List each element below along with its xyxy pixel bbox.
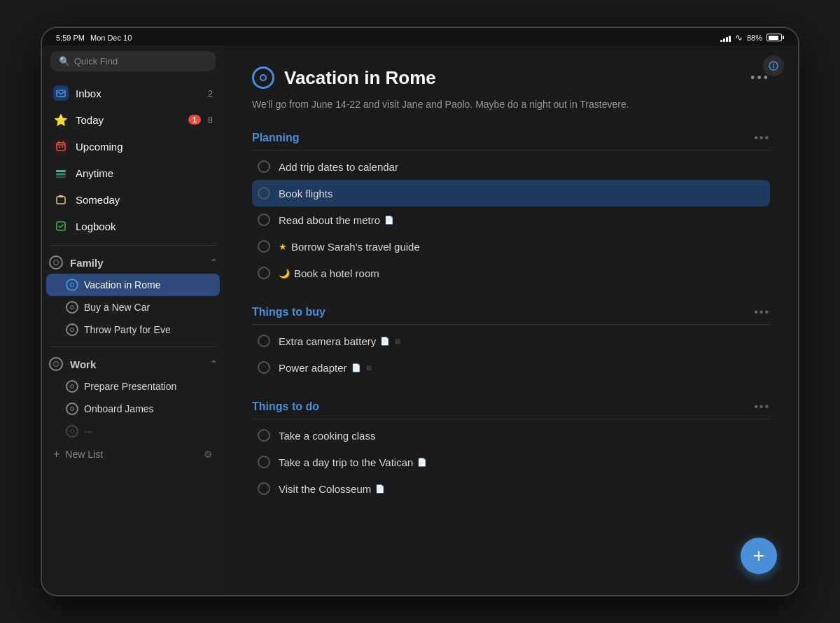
task-checkbox-colosseum[interactable] xyxy=(258,482,270,495)
section-buy-menu[interactable]: ••• xyxy=(754,306,770,318)
section-buy-title: Things to buy xyxy=(252,306,754,318)
add-task-button[interactable]: + xyxy=(741,538,777,574)
moon-icon: 🌙 xyxy=(279,268,290,279)
task-checkbox-vatican[interactable] xyxy=(258,456,270,468)
settings-icon[interactable]: ⚙ xyxy=(204,449,213,460)
section-do-menu[interactable]: ••• xyxy=(754,400,770,413)
upcoming-icon xyxy=(53,139,69,154)
search-placeholder: Quick Find xyxy=(74,56,118,66)
task-label-camera-battery: Extra camera battery 📄 ⦻ xyxy=(279,335,764,347)
task-checkbox-cooking-class[interactable] xyxy=(258,429,270,442)
svg-rect-6 xyxy=(56,176,66,178)
inbox-label: Inbox xyxy=(76,88,201,99)
upcoming-label: Upcoming xyxy=(76,141,213,153)
signal-icon xyxy=(720,33,731,42)
task-label-power-adapter: Power adapter 📄 ⦻ xyxy=(279,362,764,374)
divider-1 xyxy=(50,245,216,246)
task-add-trip-dates[interactable]: Add trip dates to calendar xyxy=(252,153,770,180)
inbox-icon xyxy=(53,85,69,101)
task-cooking-class[interactable]: Take a cooking class xyxy=(252,422,770,449)
svg-rect-7 xyxy=(57,197,65,204)
note-icon-camera: 📄 xyxy=(380,337,390,346)
inbox-count: 2 xyxy=(208,88,213,99)
logbook-icon xyxy=(53,218,69,234)
detail-title: Vacation in Rome xyxy=(284,67,741,89)
task-borrow-guide[interactable]: ★ Borrow Sarah's travel guide xyxy=(252,233,770,260)
family-chevron-icon: ⌃ xyxy=(210,258,217,267)
svg-rect-3 xyxy=(62,146,63,148)
sidebar-item-anytime[interactable]: Anytime xyxy=(46,160,220,186)
sidebar-item-someday[interactable]: Someday xyxy=(46,186,220,213)
sidebar-item-logbook[interactable]: Logbook xyxy=(46,213,220,239)
sidebar-item-partial[interactable]: ··· xyxy=(46,420,220,442)
note-icon-vatican: 📄 xyxy=(417,458,427,467)
divider-2 xyxy=(50,346,216,347)
task-book-hotel[interactable]: 🌙 Book a hotel room xyxy=(252,260,770,286)
vacation-rome-label: Vacation in Rome xyxy=(84,279,160,290)
section-planning-menu[interactable]: ••• xyxy=(754,132,770,144)
search-bar[interactable]: 🔍 Quick Find xyxy=(50,51,216,71)
svg-rect-4 xyxy=(56,170,66,172)
family-group-icon xyxy=(49,255,63,270)
svg-rect-2 xyxy=(59,146,60,148)
section-buy-header: Things to buy ••• xyxy=(252,306,770,325)
group-work-header[interactable]: Work ⌃ xyxy=(42,353,224,375)
search-icon: 🔍 xyxy=(59,56,70,66)
task-checkbox-book-hotel[interactable] xyxy=(258,267,270,279)
sidebar-item-prepare-presentation[interactable]: Prepare Presentation xyxy=(46,375,220,398)
note-icon-colosseum: 📄 xyxy=(375,484,385,493)
status-bar: 5:59 PM Mon Dec 10 ∿ 88% xyxy=(42,28,798,46)
work-group-label: Work xyxy=(70,358,203,370)
task-colosseum[interactable]: Visit the Colosseum 📄 xyxy=(252,475,770,502)
tag-icon-camera: ⦻ xyxy=(394,337,402,345)
anytime-icon xyxy=(53,165,69,181)
panel-toggle-button[interactable] xyxy=(763,55,784,76)
nav-section: Inbox 2 ⭐ Today 1 8 xyxy=(42,80,224,239)
section-planning-title: Planning xyxy=(252,132,754,144)
sidebar-item-upcoming[interactable]: Upcoming xyxy=(46,133,220,160)
task-vatican[interactable]: Take a day trip to the Vatican 📄 xyxy=(252,449,770,475)
work-group-icon xyxy=(49,357,63,371)
family-group-label: Family xyxy=(70,257,203,269)
detail-description: We'll go from June 14-22 and visit Jane … xyxy=(252,97,770,112)
new-list-plus-icon: + xyxy=(53,448,59,461)
task-checkbox-book-flights[interactable] xyxy=(258,187,270,200)
group-family-header[interactable]: Family ⌃ xyxy=(42,251,224,274)
task-checkbox-read-metro[interactable] xyxy=(258,214,270,226)
prepare-pres-icon xyxy=(66,380,78,393)
status-right: ∿ 88% xyxy=(720,32,784,43)
task-label-read-metro: Read about the metro 📄 xyxy=(279,214,764,226)
prepare-pres-label: Prepare Presentation xyxy=(84,381,176,392)
section-do-title: Things to do xyxy=(252,400,754,413)
task-checkbox-power-adapter[interactable] xyxy=(258,361,270,374)
sidebar: 🔍 Quick Find Inbox 2 xyxy=(42,46,224,595)
section-planning-header: Planning ••• xyxy=(252,132,770,150)
section-do-header: Things to do ••• xyxy=(252,400,770,419)
task-checkbox-camera-battery[interactable] xyxy=(258,335,270,347)
task-camera-battery[interactable]: Extra camera battery 📄 ⦻ xyxy=(252,328,770,354)
task-checkbox-add-trip-dates[interactable] xyxy=(258,160,270,173)
sidebar-item-buy-car[interactable]: Buy a New Car xyxy=(46,296,220,318)
task-label-book-hotel: 🌙 Book a hotel room xyxy=(279,267,764,279)
task-label-book-flights: Book flights xyxy=(279,188,764,200)
device-frame: 5:59 PM Mon Dec 10 ∿ 88% 🔍 Quick Find xyxy=(42,28,798,595)
task-read-metro[interactable]: Read about the metro 📄 xyxy=(252,206,770,233)
section-things-to-do: Things to do ••• Take a cooking class Ta… xyxy=(252,400,770,502)
sidebar-item-throw-party[interactable]: Throw Party for Eve xyxy=(46,318,220,341)
sidebar-item-inbox[interactable]: Inbox 2 xyxy=(46,80,220,106)
wifi-icon: ∿ xyxy=(735,32,743,43)
sidebar-item-onboard-james[interactable]: Onboard James xyxy=(46,398,220,420)
new-list-bar[interactable]: + New List ⚙ xyxy=(46,442,220,466)
someday-icon xyxy=(53,192,69,207)
task-label-add-trip-dates: Add trip dates to calendar xyxy=(279,161,764,173)
anytime-label: Anytime xyxy=(76,167,213,179)
sidebar-item-vacation-rome[interactable]: Vacation in Rome xyxy=(46,274,220,296)
status-date: Mon Dec 10 xyxy=(90,34,132,42)
sidebar-item-today[interactable]: ⭐ Today 1 8 xyxy=(46,106,220,133)
task-checkbox-borrow-guide[interactable] xyxy=(258,240,270,253)
new-list-label: New List xyxy=(65,449,103,460)
task-book-flights[interactable]: Book flights xyxy=(252,180,770,206)
battery-percent: 88% xyxy=(747,34,762,42)
throw-party-label: Throw Party for Eve xyxy=(84,324,171,335)
task-power-adapter[interactable]: Power adapter 📄 ⦻ xyxy=(252,354,770,381)
